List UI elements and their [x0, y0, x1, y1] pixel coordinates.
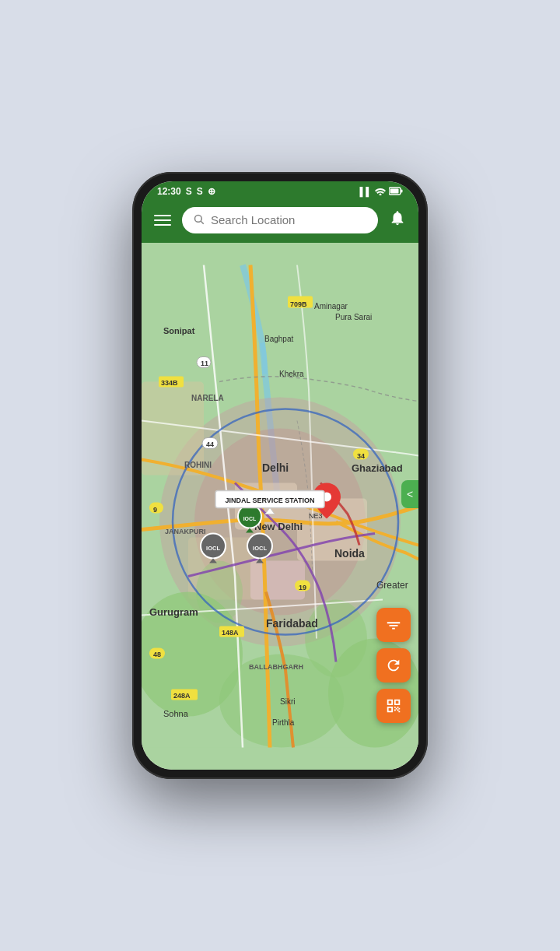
svg-text:Aminagar: Aminagar	[314, 302, 348, 311]
svg-text:334B: 334B	[161, 379, 178, 387]
svg-text:Pura Sarai: Pura Sarai	[335, 313, 372, 321]
svg-text:IOCL: IOCL	[243, 516, 257, 521]
svg-text:Sohna: Sohna	[163, 709, 189, 718]
svg-text:Noida: Noida	[334, 547, 365, 560]
chevron-left-icon: <	[407, 488, 413, 500]
status-right: ▌▌	[359, 187, 403, 197]
svg-text:NARELA: NARELA	[191, 394, 224, 402]
svg-text:34: 34	[357, 452, 365, 460]
qr-fab-button[interactable]	[376, 689, 411, 723]
status-bar: 12:30 S S ⊕ ▌▌	[142, 181, 418, 200]
status-icon-s1: S	[186, 186, 192, 197]
svg-rect-1	[390, 188, 399, 193]
svg-text:NE3: NE3	[309, 512, 323, 520]
svg-text:BALLABHGARH: BALLABHGARH	[249, 663, 303, 671]
svg-text:JANAKPURI: JANAKPURI	[165, 528, 206, 535]
svg-text:Baghpat: Baghpat	[264, 335, 293, 343]
fab-container	[376, 608, 411, 723]
svg-rect-12	[250, 561, 305, 600]
status-icon-s2: S	[197, 186, 203, 197]
svg-text:709B: 709B	[290, 300, 307, 308]
battery-icon	[389, 187, 403, 197]
filter-fab-button[interactable]	[376, 608, 411, 642]
notification-button[interactable]	[386, 206, 409, 233]
svg-text:Delhi: Delhi	[262, 461, 289, 474]
collapse-button[interactable]: <	[401, 480, 418, 508]
svg-text:Khekra: Khekra	[279, 370, 304, 378]
svg-text:148A: 148A	[222, 629, 239, 637]
svg-text:Ghaziabad: Ghaziabad	[352, 462, 403, 474]
svg-text:Pirthla: Pirthla	[272, 718, 295, 727]
svg-text:Sonipat: Sonipat	[163, 326, 195, 335]
map-container[interactable]: Sonipat Aminagar Pura Sarai Baghpat NARE…	[142, 243, 418, 770]
svg-text:Faridabad: Faridabad	[266, 617, 318, 630]
wifi-icon	[375, 187, 386, 197]
search-icon	[193, 213, 205, 227]
svg-point-3	[195, 215, 202, 222]
status-icon-extra: ⊕	[208, 186, 215, 197]
svg-text:19: 19	[299, 584, 306, 591]
menu-button[interactable]	[151, 212, 174, 229]
svg-text:ROHINI: ROHINI	[184, 461, 212, 469]
signal-icon: ▌▌	[359, 187, 372, 196]
svg-text:IOCL: IOCL	[206, 545, 220, 552]
svg-text:New Delhi: New Delhi	[254, 521, 303, 532]
svg-text:248A: 248A	[173, 692, 191, 700]
svg-text:48: 48	[153, 651, 161, 658]
svg-text:Sikri: Sikri	[280, 697, 295, 706]
svg-text:44: 44	[206, 440, 214, 448]
svg-text:JINDAL SERVICE STATION: JINDAL SERVICE STATION	[226, 497, 315, 504]
svg-text:IOCL: IOCL	[253, 545, 267, 552]
svg-rect-2	[401, 189, 403, 192]
svg-text:Gurugram: Gurugram	[149, 606, 198, 618]
svg-text:11: 11	[201, 360, 208, 367]
phone-frame: 12:30 S S ⊕ ▌▌	[132, 172, 428, 779]
search-bar[interactable]	[182, 207, 378, 233]
top-bar	[142, 200, 418, 243]
status-left: 12:30 S S ⊕	[157, 186, 215, 197]
phone-screen: 12:30 S S ⊕ ▌▌	[142, 181, 418, 770]
search-input[interactable]	[211, 213, 367, 226]
svg-line-4	[201, 221, 203, 223]
svg-text:Greater: Greater	[376, 580, 408, 591]
refresh-fab-button[interactable]	[376, 648, 411, 683]
svg-text:9: 9	[153, 506, 157, 514]
status-time: 12:30	[157, 186, 181, 197]
